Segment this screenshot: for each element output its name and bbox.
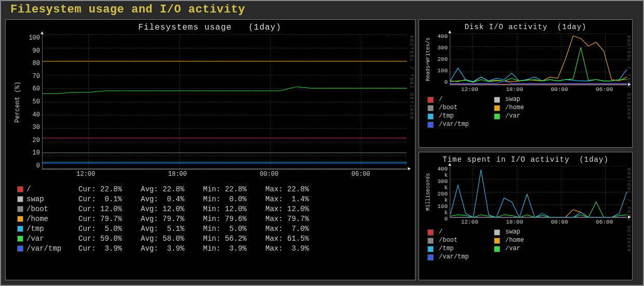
ylabel-io-time: Milliseconds — [424, 166, 432, 218]
panel-filesystems-usage: RRDTOOL / TOBI OETIKER Filesystems usage… — [5, 19, 415, 280]
ytick-label: 0 — [22, 162, 40, 170]
stat-avg: Avg: 58.0% — [141, 235, 203, 243]
ytick-label: 10 — [22, 149, 40, 157]
ytick-label: 70 — [22, 73, 40, 80]
chart-title-fs-usage: Filesystems usage (1day) — [13, 23, 407, 32]
stat-min: Min: 56.2% — [203, 235, 265, 243]
xtick-label: 18:00 — [168, 171, 187, 178]
series-line — [450, 47, 627, 82]
ytick-label: 20 — [22, 137, 40, 144]
legend-swatch — [427, 113, 434, 120]
ytick-label: 300 — [432, 45, 448, 51]
ytick-label: 200 k — [432, 191, 448, 203]
stat-cur: Cur: 79.7% — [78, 215, 141, 223]
stat-min: Min: 12.0% — [203, 205, 265, 213]
plot-fs-usage: ▲ ▶ — [42, 34, 407, 170]
legend-swatch — [427, 105, 434, 111]
stat-max: Max: 3.9% — [265, 244, 328, 253]
legend-swatch — [427, 97, 434, 103]
stat-avg: Avg: 22.8% — [141, 185, 203, 193]
ytick-label: 30 — [22, 124, 40, 131]
ytick-label: 0 — [432, 216, 448, 222]
legend-series-name: /var/tmp — [439, 253, 491, 261]
xtick-label: 00:00 — [260, 171, 278, 178]
xtick-label: 12:00 — [461, 86, 478, 93]
ytick-label: 100 — [22, 34, 40, 42]
legend-swatch — [427, 246, 434, 252]
chart-title-disk-io: Disk I/O activity (1day) — [424, 23, 627, 31]
arrow-right-icon: ▶ — [408, 165, 411, 172]
plot-disk-io: ▲ ▶ — [450, 33, 627, 85]
legend-swatch — [17, 245, 23, 252]
ytick-label: 400 — [432, 33, 448, 40]
legend-series-name: /boot — [26, 205, 78, 213]
ytick-label: 100 — [432, 68, 448, 74]
xtick-label: 06:00 — [596, 86, 613, 93]
ytick-label: 0 — [432, 79, 448, 85]
legend-series-name: /var — [505, 112, 557, 120]
watermark-text: RRDTOOL / TOBI OETIKER — [409, 35, 414, 120]
legend-swatch — [494, 246, 500, 252]
legend-series-name: /var/tmp — [26, 244, 78, 253]
stat-min: Min: 22.8% — [203, 185, 265, 193]
ylabel-fs-usage: Percent (%) — [13, 34, 22, 170]
legend-swatch — [17, 216, 23, 222]
series-line — [450, 202, 627, 217]
ylabel-disk-io: Reads+Writes/s — [424, 33, 432, 85]
page-title: Filesystem usage and I/O activity — [1, 1, 643, 19]
legend-series-name: /home — [505, 104, 557, 111]
stat-avg: Avg: 5.1% — [141, 225, 203, 233]
stat-cur: Cur: 5.0% — [78, 225, 141, 233]
stat-cur: Cur: 22.8% — [78, 185, 141, 193]
series-line — [450, 36, 627, 82]
legend-series-name: / — [439, 96, 491, 103]
stat-max: Max: 1.4% — [265, 195, 328, 203]
dashboard-frame: Filesystem usage and I/O activity RRDTOO… — [0, 0, 644, 286]
ytick-label: 300 k — [432, 178, 448, 191]
legend-stats-table: /Cur: 22.8%Avg: 22.8%Min: 22.8%Max: 22.8… — [17, 185, 407, 253]
xtick-label: 12:00 — [461, 219, 478, 225]
stat-max: Max: 61.5% — [265, 235, 328, 243]
yaxis-disk-io: 4003002001000 — [432, 33, 450, 85]
legend-swatch — [494, 238, 500, 244]
legend-swatch — [494, 229, 500, 236]
legend-swatch — [427, 229, 434, 236]
chart-title-io-time: Time spent in I/O activity (1day) — [424, 155, 627, 164]
stat-avg: Avg: 12.0% — [141, 205, 203, 213]
arrow-right-icon: ▶ — [628, 214, 631, 220]
stat-cur: Cur: 3.9% — [78, 244, 141, 253]
xaxis-io-time: 12:0018:0000:0006:00 — [447, 219, 627, 225]
stat-max: Max: 79.7% — [265, 215, 328, 223]
legend-series-name: /home — [505, 237, 557, 244]
legend-swatch — [17, 226, 23, 232]
ytick-label: 40 — [22, 111, 40, 119]
xtick-label: 12:00 — [76, 171, 95, 178]
legend-series-name: /tmp — [439, 245, 491, 252]
legend-swatch — [494, 105, 500, 111]
yaxis-io-time: 400 k300 k200 k100 k0 — [432, 166, 450, 218]
xaxis-fs-usage: 12:0018:0000:0006:00 — [40, 171, 407, 178]
legend-series-name: /tmp — [439, 112, 491, 120]
legend-series-name: /tmp — [26, 225, 78, 233]
legend-swatch — [17, 186, 23, 192]
legend-series-name: /boot — [439, 104, 491, 111]
legend-swatch — [17, 236, 23, 242]
legend-swatch — [427, 254, 434, 261]
legend-series-name: /boot — [439, 237, 491, 244]
legend-series-name: / — [26, 185, 78, 193]
panel-disk-io: RRDTOOL / TOBI OETIKER Disk I/O activity… — [419, 19, 633, 148]
panel-io-time: RRDTOOL / TOBI OETIKER Time spent in I/O… — [419, 152, 633, 280]
stat-max: Max: 12.0% — [265, 205, 328, 213]
legend-series-name: /home — [26, 215, 78, 223]
stat-avg: Avg: 3.9% — [141, 244, 203, 253]
right-column: RRDTOOL / TOBI OETIKER Disk I/O activity… — [419, 19, 633, 280]
ytick-label: 100 k — [432, 203, 448, 216]
stat-cur: Cur: 59.0% — [78, 235, 141, 243]
xtick-label: 06:00 — [352, 171, 370, 178]
legend-swatch — [427, 122, 434, 128]
stat-min: Min: 5.0% — [203, 225, 265, 233]
legend-swatch — [494, 97, 500, 103]
stat-min: Min: 79.6% — [203, 215, 265, 223]
ytick-label: 90 — [22, 47, 40, 55]
arrow-right-icon: ▶ — [628, 81, 631, 87]
